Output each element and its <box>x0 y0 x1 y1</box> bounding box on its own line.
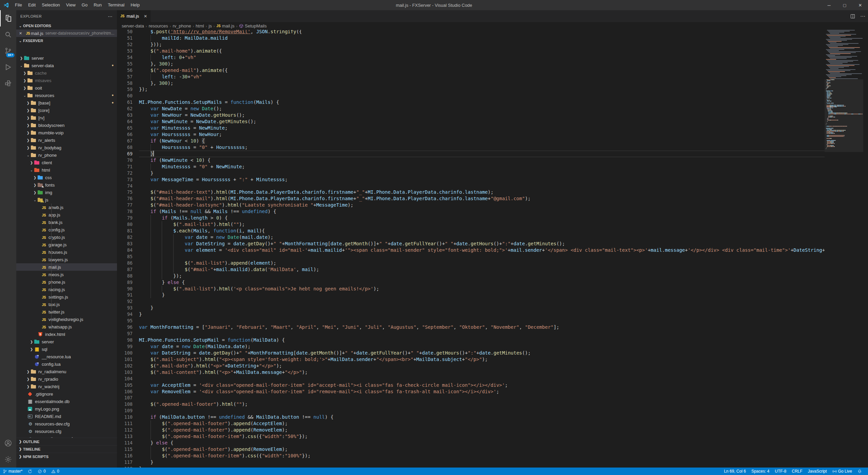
code-line-101[interactable]: 101 $(".mail-subject").html("<p><span st… <box>117 356 825 363</box>
code-line-100[interactable]: 100 var DateString = date.getDay()+" "+M… <box>117 350 825 356</box>
tree-file-.gitignore[interactable]: .gitignore <box>16 390 117 398</box>
menu-run[interactable]: Run <box>91 0 105 10</box>
code-line-68[interactable]: 68 Hourssssss = "0" + Hourssssss; <box>117 144 825 151</box>
breadcrumb-item-resources[interactable]: resources <box>149 23 168 28</box>
breadcrumb-item-mail-js[interactable]: JSmail.js <box>216 23 234 28</box>
minimap-slider[interactable] <box>825 79 863 152</box>
code-line-67[interactable]: 67 if (NewHour < 10) { <box>117 138 825 144</box>
status-bell[interactable] <box>855 468 865 475</box>
sidebar-section-timeline[interactable]: ❯TIMELINE <box>16 445 117 453</box>
activitybar-account-icon[interactable] <box>0 435 16 451</box>
code-line-82[interactable]: 82 var date = new Date(mail.date); <box>117 234 825 241</box>
code-line-111[interactable]: 111 $(".opened-mail-footer").append(Acce… <box>117 420 825 427</box>
tree-folder-mumble-voip[interactable]: ❯mumble-voip <box>16 129 117 136</box>
menu-go[interactable]: Go <box>79 0 91 10</box>
code-line-71[interactable]: 71 Minutessss = "0" + NewMinute; <box>117 164 825 170</box>
code-line-110[interactable]: 110 if (MailData.button !== undefined &&… <box>117 414 825 420</box>
tree-file-README.md[interactable]: M↓README.md <box>16 413 117 420</box>
tree-file-racing.js[interactable]: JSracing.js <box>16 286 117 293</box>
code-line-106[interactable]: 106 var RemoveElem = '<div class="opened… <box>117 388 825 395</box>
tree-folder-html[interactable]: ⌄html <box>16 166 117 174</box>
code-line-53[interactable]: 53 $(".mail-home").animate({ <box>117 48 825 54</box>
more-actions-icon[interactable]: ⋯ <box>860 13 865 19</box>
code-line-60[interactable]: 60 <box>117 93 825 99</box>
code-line-69[interactable]: 69 } <box>117 151 825 157</box>
tree-file-index.html[interactable]: 5index.html <box>16 330 117 338</box>
tree-folder-bloodyscreen[interactable]: ❯bloodyscreen <box>16 121 117 129</box>
menu-edit[interactable]: Edit <box>25 0 39 10</box>
code-line-77[interactable]: 77 $("#mail-header-lastsync").html("Laat… <box>117 202 825 208</box>
tree-file-taxi.js[interactable]: JStaxi.js <box>16 301 117 308</box>
code-line-52[interactable]: 52 })); <box>117 41 825 48</box>
tree-file-whatsapp.js[interactable]: JSwhatsapp.js <box>16 323 117 330</box>
workspace-header[interactable]: ⌄ FXSERVER <box>16 37 117 44</box>
code-line-70[interactable]: 70 if (NewMinute < 10) { <box>117 157 825 164</box>
code-line-72[interactable]: 72 } <box>117 170 825 176</box>
tree-file-settings.js[interactable]: JSsettings.js <box>16 293 117 301</box>
minimize-button[interactable]: ─ <box>821 0 837 10</box>
code-line-91[interactable]: 91 } <box>117 292 825 298</box>
code-line-107[interactable]: 107 <box>117 395 825 401</box>
tree-folder-rv_rpradio[interactable]: ❯rv_rpradio <box>16 375 117 383</box>
menu-file[interactable]: File <box>12 0 25 10</box>
tree-file-server-clipsaverv.cfg[interactable]: ⚙server-clipsaverv.cfg <box>16 435 117 438</box>
status-broadcast[interactable]: Go Live <box>830 468 855 475</box>
tree-folder-ooit[interactable]: ❯ooit <box>16 84 117 92</box>
code-line-81[interactable]: 81 $.each(Mails, function(i, mail){ <box>117 228 825 234</box>
code-line-114[interactable]: 114 } else { <box>117 440 825 446</box>
code-line-88[interactable]: 88 }); <box>117 273 825 279</box>
tree-file-resources.cfg[interactable]: ⚙resources.cfg <box>16 428 117 435</box>
tree-folder-server-data[interactable]: ⌄server-data• <box>16 62 117 69</box>
close-icon[interactable]: ✕ <box>19 31 24 36</box>
tree-file-veiligheidsregio.js[interactable]: JSveiligheidsregio.js <box>16 316 117 323</box>
code-line-117[interactable]: 117 } <box>117 459 825 466</box>
tree-folder-server[interactable]: ❯server <box>16 338 117 345</box>
tree-folder-resources[interactable]: ⌄resources• <box>16 92 117 99</box>
code-line-99[interactable]: 99 var date = new Date(MailData.date); <box>117 343 825 350</box>
tree-folder-rv_radialmenu[interactable]: ❯rv_radialmenu <box>16 368 117 375</box>
tree-file-anwb.js[interactable]: JSanwb.js <box>16 204 117 211</box>
code-line-115[interactable]: 115 $(".opened-mail-footer").append(Remo… <box>117 446 825 453</box>
status-branch[interactable]: master* <box>0 468 25 475</box>
menu-selection[interactable]: Selection <box>39 0 63 10</box>
status-javascript[interactable]: JavaScript <box>805 468 830 475</box>
tree-folder-cache[interactable]: ❯cache <box>16 69 117 77</box>
code-line-58[interactable]: 58 }, 300); <box>117 80 825 87</box>
close-tab-icon[interactable]: ✕ <box>144 14 147 19</box>
tree-file-houses.js[interactable]: JShouses.js <box>16 248 117 256</box>
tree-file-phone.js[interactable]: JSphone.js <box>16 278 117 286</box>
tree-folder-img[interactable]: ❯img <box>16 189 117 196</box>
code-line-79[interactable]: 79 if (Mails.length > 0) { <box>117 215 825 221</box>
code-line-73[interactable]: 73 var MessageTime = Hourssssss + ":" + … <box>117 176 825 183</box>
code-line-105[interactable]: 105 var AcceptElem = '<div class="opened… <box>117 382 825 388</box>
code-line-113[interactable]: 113 $(".opened-mail-footer-item").css({"… <box>117 433 825 440</box>
tree-file-app.js[interactable]: JSapp.js <box>16 211 117 218</box>
tree-file-essentialmode.db[interactable]: essentialmode.db <box>16 398 117 405</box>
tree-folder-[base][interactable]: ❯[base]• <box>16 99 117 107</box>
close-button[interactable]: ✕ <box>852 0 868 10</box>
code-line-98[interactable]: 98MI.Phone.Functions.SetupMail = functio… <box>117 337 825 343</box>
code-line-62[interactable]: 62 var NewDate = new Date(); <box>117 106 825 112</box>
code-line-92[interactable]: 92 <box>117 298 825 305</box>
tree-file-resources-dev.cfg[interactable]: ⚙resources-dev.cfg <box>16 420 117 428</box>
tree-file-garage.js[interactable]: JSgarage.js <box>16 241 117 248</box>
minimap[interactable] <box>825 30 863 468</box>
tree-folder-rv_wachtrij[interactable]: ❯rv_wachtrij <box>16 383 117 390</box>
status-error[interactable]: 0 <box>35 468 48 475</box>
tree-file-myLogo.png[interactable]: myLogo.png <box>16 405 117 413</box>
breadcrumb-item-js[interactable]: js <box>209 23 212 28</box>
tree-file-bank.js[interactable]: JSbank.js <box>16 218 117 226</box>
code-line-57[interactable]: 57 left: -30+"vh" <box>117 74 825 80</box>
tree-folder-css[interactable]: ❯css <box>16 174 117 181</box>
menu-help[interactable]: Help <box>127 0 143 10</box>
sidebar-section-npm-scripts[interactable]: ❯NPM SCRIPTS <box>16 453 117 460</box>
tree-file-meos.js[interactable]: JSmeos.js <box>16 271 117 278</box>
tree-file-mail.js[interactable]: JSmail.js <box>16 263 117 271</box>
code-line-87[interactable]: 87 $("#mail-"+mail.mailid).data('MailDat… <box>117 266 825 273</box>
status-sync[interactable] <box>25 468 35 475</box>
menu-view[interactable]: View <box>63 0 79 10</box>
status-ln-69-col-6[interactable]: Ln 69, Col 6 <box>721 468 749 475</box>
code-line-75[interactable]: 75 $("#mail-header-text").html(MI.Phone.… <box>117 189 825 195</box>
code-line-54[interactable]: 54 left: 0+"vh" <box>117 54 825 61</box>
breadcrumb-item-html[interactable]: html <box>196 23 204 28</box>
